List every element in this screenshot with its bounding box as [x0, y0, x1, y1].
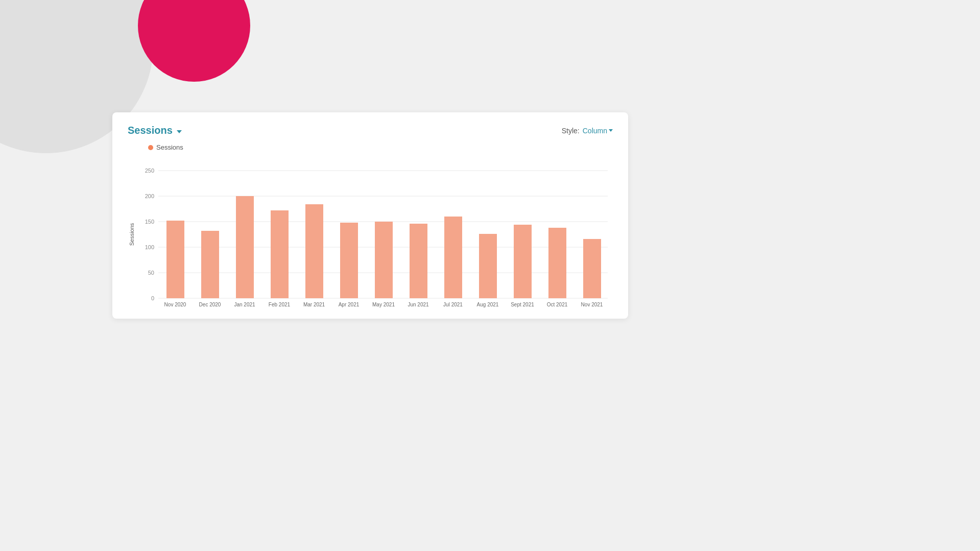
bar-mar2021[interactable]	[305, 204, 323, 298]
bar-oct2021[interactable]	[548, 228, 566, 298]
bar-feb2021[interactable]	[271, 210, 289, 298]
svg-text:150: 150	[145, 219, 154, 225]
svg-text:Oct 2021: Oct 2021	[547, 302, 568, 307]
bar-aug2021[interactable]	[479, 234, 497, 298]
chart-legend: Sessions	[148, 143, 613, 151]
style-chevron-icon	[609, 129, 613, 132]
legend-label: Sessions	[156, 143, 183, 151]
svg-text:Sept 2021: Sept 2021	[511, 302, 534, 307]
chart-svg: 250 200 150 100 50 0 Sessions Nov 2020 D…	[128, 155, 613, 308]
svg-text:Jul 2021: Jul 2021	[443, 302, 463, 307]
sessions-dropdown-icon[interactable]	[177, 130, 182, 133]
svg-text:200: 200	[145, 193, 154, 199]
bar-sept2021[interactable]	[514, 225, 532, 298]
bar-jun2021[interactable]	[410, 224, 427, 298]
bar-apr2021[interactable]	[340, 223, 358, 298]
svg-text:Aug 2021: Aug 2021	[477, 302, 499, 307]
style-label: Style:	[562, 127, 580, 135]
bar-may2021[interactable]	[375, 222, 393, 298]
sessions-title-text: Sessions	[128, 125, 173, 136]
style-selector: Style: Column	[562, 127, 613, 135]
svg-text:Mar 2021: Mar 2021	[303, 302, 325, 307]
style-value-button[interactable]: Column	[583, 127, 613, 135]
svg-text:Nov 2021: Nov 2021	[581, 302, 603, 307]
sessions-title[interactable]: Sessions	[128, 125, 182, 136]
card-header: Sessions Style: Column	[128, 125, 613, 136]
bar-nov2021[interactable]	[583, 239, 601, 298]
svg-text:100: 100	[145, 244, 154, 250]
bg-circle-pink	[138, 0, 250, 82]
chart-area: 250 200 150 100 50 0 Sessions Nov 2020 D…	[128, 155, 613, 308]
svg-text:Apr 2021: Apr 2021	[339, 302, 360, 307]
svg-text:Dec 2020: Dec 2020	[199, 302, 221, 307]
legend-dot	[148, 145, 153, 150]
bar-dec2020[interactable]	[201, 231, 219, 298]
style-value-text: Column	[583, 127, 607, 135]
svg-text:May 2021: May 2021	[372, 302, 395, 307]
bar-jan2021[interactable]	[236, 196, 254, 298]
svg-text:50: 50	[148, 270, 154, 276]
svg-text:250: 250	[145, 167, 154, 174]
svg-text:0: 0	[151, 295, 154, 301]
svg-text:Jun 2021: Jun 2021	[408, 302, 429, 307]
bar-nov2020[interactable]	[166, 221, 184, 298]
svg-text:Sessions: Sessions	[129, 223, 135, 246]
bar-jul2021[interactable]	[444, 217, 462, 298]
svg-text:Nov 2020: Nov 2020	[164, 302, 186, 307]
svg-text:Jan 2021: Jan 2021	[234, 302, 255, 307]
svg-text:Feb 2021: Feb 2021	[269, 302, 291, 307]
chart-card: Sessions Style: Column Sessions	[112, 112, 628, 319]
